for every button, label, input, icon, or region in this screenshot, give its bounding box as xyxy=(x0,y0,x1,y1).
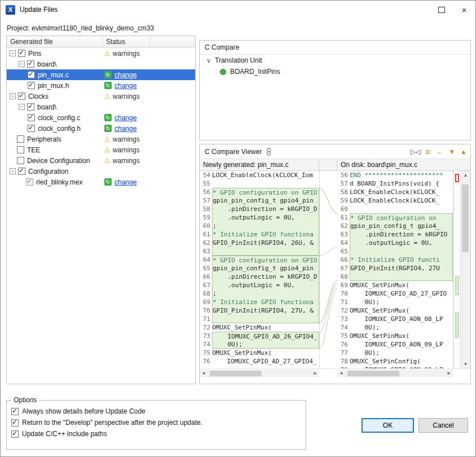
tree-row-pins-board[interactable]: − ✓ board\ xyxy=(7,59,195,69)
checkbox-pins-board[interactable]: ✓ xyxy=(27,60,34,68)
maximize-button[interactable] xyxy=(430,1,453,19)
change-icon: ↻ xyxy=(104,71,112,78)
code-text xyxy=(350,273,453,281)
scroll-left-arrow[interactable]: ◄ xyxy=(337,370,345,377)
link-editors-icon[interactable] xyxy=(266,148,271,156)
tree-row-clock-config-c[interactable]: ✓ clock_config.c ↻ change xyxy=(7,112,195,123)
copy-current-change-icon[interactable]: ← xyxy=(437,148,443,156)
ok-button[interactable]: OK xyxy=(362,418,414,433)
tree-row-rled-blinky-mex[interactable]: ✓ rled_blinky.mex ↻ change xyxy=(7,177,195,187)
checkbox-pin-mux-c[interactable]: ✓ xyxy=(28,71,35,78)
scroll-up-arrow[interactable]: ▲ xyxy=(461,171,470,179)
code-line: 72OMUXC_SetPinMux( xyxy=(337,306,453,315)
left-code-pane[interactable]: 54LOCK_EnableClock(kCLOCK_Iom5556* GPIO … xyxy=(200,171,320,368)
viewer-title: C Compare Viewer xyxy=(205,148,262,156)
next-difference-icon[interactable]: ▼ xyxy=(448,148,455,156)
tree-row-clocks[interactable]: − ✓ Clocks ⚠ warnings xyxy=(7,91,195,102)
tree-row-configuration[interactable]: − ✓ Configuration xyxy=(7,166,195,177)
change-marker[interactable] xyxy=(455,312,459,338)
line-number: 69 xyxy=(200,298,212,306)
collapse-expander-icon[interactable]: − xyxy=(10,168,16,174)
collapse-expander-icon[interactable]: − xyxy=(19,61,25,67)
code-line: 61* GPIO configuration on xyxy=(337,213,453,222)
column-header-generated-file[interactable]: Generated file xyxy=(7,36,103,47)
change-link[interactable]: change xyxy=(114,82,136,90)
collapse-expander-icon[interactable]: − xyxy=(10,50,16,56)
checkbox-device-configuration[interactable] xyxy=(17,157,24,164)
swap-panes-icon[interactable]: ▷◁ xyxy=(411,148,421,156)
option-return-develop-perspective[interactable]: ✓ Return to the "Develop" perspective af… xyxy=(7,417,306,428)
line-number: 65 xyxy=(200,264,212,273)
tree-row-pin-mux-h[interactable]: ✓ pin_mux.h ↻ change xyxy=(7,80,195,91)
code-text: * GPIO configuration on xyxy=(350,213,453,222)
checkbox-tee[interactable] xyxy=(17,146,24,153)
tree-label: Pins xyxy=(28,50,41,58)
checkbox-pins[interactable]: ✓ xyxy=(18,50,25,57)
status-text: warnings xyxy=(113,135,140,143)
code-text: GPIO_PinInit(RGPIO4, 27U, & xyxy=(212,306,319,315)
previous-difference-icon[interactable]: ▲ xyxy=(460,148,467,156)
tree-label: clock_config.c xyxy=(38,114,80,122)
tree-row-pin-mux-c[interactable]: ✓ pin_mux.c ↻ change xyxy=(7,69,195,80)
option-label[interactable]: Update C/C++ include paths xyxy=(22,430,107,438)
checkbox-configuration[interactable]: ✓ xyxy=(18,168,25,175)
change-link[interactable]: change xyxy=(114,114,136,122)
right-horizontal-scrollbar[interactable]: ◄ ► xyxy=(337,370,453,377)
option-label[interactable]: Return to the "Develop" perspective afte… xyxy=(22,419,202,427)
vertical-scrollbar[interactable]: ▲ ▼ xyxy=(460,171,470,368)
cancel-button[interactable]: Cancel xyxy=(418,418,468,433)
column-header-status[interactable]: Status xyxy=(103,36,150,47)
tree-item-translation-unit[interactable]: ∨ Translation Unit xyxy=(200,55,470,66)
line-number: 73 xyxy=(337,315,350,323)
checkbox-clock-config-h[interactable]: ✓ xyxy=(28,125,35,132)
change-link[interactable]: change xyxy=(114,125,136,133)
chevron-down-icon[interactable]: ∨ xyxy=(206,57,211,64)
right-code-pane[interactable]: 56END *********************57d BOARD_Ini… xyxy=(337,171,453,368)
checkbox-always-show-details[interactable]: ✓ xyxy=(11,408,19,415)
checkbox-clock-config-c[interactable]: ✓ xyxy=(28,114,35,121)
checkbox-peripherals[interactable] xyxy=(17,135,24,143)
tree-row-peripherals[interactable]: Peripherals ⚠ warnings xyxy=(7,134,195,144)
tree-row-pins[interactable]: − ✓ Pins ⚠ warnings xyxy=(7,48,195,59)
code-text: * Initialize GPIO functiona xyxy=(212,298,319,306)
scroll-down-arrow[interactable]: ▼ xyxy=(461,360,470,368)
code-text: OMUXC_SetPinMux( xyxy=(350,281,453,289)
checkbox-rled-blinky-mex[interactable]: ✓ xyxy=(26,178,33,186)
tree-row-clocks-board[interactable]: − ✓ board\ xyxy=(7,102,195,112)
collapse-expander-icon[interactable]: − xyxy=(10,93,16,99)
code-text: * Initialize GPIO functiona xyxy=(212,230,319,239)
tree-label: pin_mux.c xyxy=(38,71,69,79)
vertical-scroll-thumb[interactable] xyxy=(462,184,469,252)
line-number: 75 xyxy=(200,349,212,357)
checkbox-clocks[interactable]: ✓ xyxy=(18,93,25,100)
tree-row-tee[interactable]: TEE ⚠ warnings xyxy=(7,144,195,155)
tree-row-clock-config-h[interactable]: ✓ clock_config.h ↻ change xyxy=(7,123,195,134)
warning-icon: ⚠ xyxy=(104,50,111,57)
horizontal-scroll-thumb[interactable] xyxy=(347,371,399,376)
option-update-include-paths[interactable]: ✓ Update C/C++ include paths xyxy=(7,428,306,440)
viewer-header: C Compare Viewer ▷◁ ⇇ ← ▼ ▲ xyxy=(200,144,470,159)
checkbox-pin-mux-h[interactable]: ✓ xyxy=(28,82,35,89)
option-always-show-details[interactable]: ✓ Always show details before Update Code xyxy=(7,406,306,417)
scroll-left-arrow[interactable]: ◄ xyxy=(200,370,208,377)
checkbox-clocks-board[interactable]: ✓ xyxy=(27,103,34,111)
horizontal-scroll-thumb[interactable] xyxy=(210,371,262,376)
tree-item-board-initpins[interactable]: BOARD_InitPins xyxy=(200,66,470,77)
option-label[interactable]: Always show details before Update Code xyxy=(22,407,146,415)
checkbox-update-include-paths[interactable]: ✓ xyxy=(11,430,19,438)
code-line: 70GPIO_PinInit(RGPIO4, 27U, & xyxy=(200,306,319,315)
left-horizontal-scrollbar[interactable]: ◄ ► xyxy=(200,370,319,377)
tree-row-device-configuration[interactable]: Device Configuration ⚠ warnings xyxy=(7,155,195,166)
collapse-expander-icon[interactable]: − xyxy=(19,104,25,110)
checkbox-return-develop-perspective[interactable]: ✓ xyxy=(11,419,19,427)
change-link[interactable]: change xyxy=(114,178,136,186)
close-button[interactable]: × xyxy=(453,1,475,19)
copy-all-right-to-left-icon[interactable]: ⇇ xyxy=(426,148,431,156)
change-marker[interactable] xyxy=(455,276,459,295)
scroll-right-arrow[interactable]: ► xyxy=(311,370,319,377)
compare-pane-headers: Newly generated: pin_mux.c On disk: boar… xyxy=(200,159,470,171)
code-line: 75OMUXC_SetPinMux( xyxy=(200,349,319,357)
error-marker[interactable] xyxy=(455,174,459,182)
change-link[interactable]: change xyxy=(114,71,136,79)
scroll-right-arrow[interactable]: ► xyxy=(445,370,453,377)
